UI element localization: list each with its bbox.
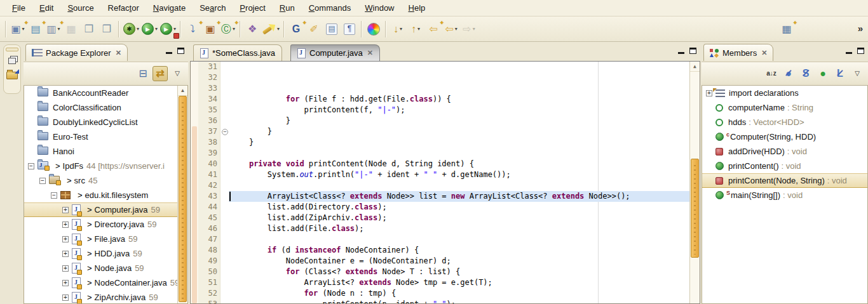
- toolbar-overflow-chevron[interactable]: »: [858, 23, 863, 34]
- close-icon[interactable]: ✕: [761, 49, 767, 57]
- code-line-36[interactable]: [229, 148, 690, 159]
- member-printcontent[interactable]: printContent(): void: [702, 159, 867, 173]
- tree-item-nodecontainer-java[interactable]: +>NodeContainer.java59: [24, 275, 187, 290]
- menu-file[interactable]: File: [5, 1, 32, 15]
- hide-fields-button[interactable]: ●: [781, 66, 796, 81]
- save-button[interactable]: ▦: [62, 21, 80, 37]
- line-number[interactable]: 50: [198, 267, 220, 277]
- dropdown-chevron-icon[interactable]: ▾: [173, 26, 176, 32]
- back-button[interactable]: ⇦▾: [442, 21, 460, 37]
- line-number[interactable]: 47: [198, 234, 220, 245]
- tab-package-explorer[interactable]: Package Explorer ✕: [25, 44, 128, 61]
- color-ball-button[interactable]: [365, 21, 383, 37]
- debug-button[interactable]: ✱▾: [122, 21, 140, 37]
- dropdown-chevron-icon[interactable]: ▾: [137, 26, 139, 32]
- code-line-40[interactable]: ArrayList<Class<? extends Node>> list = …: [229, 191, 690, 202]
- search-button[interactable]: ▾: [261, 21, 281, 37]
- close-icon[interactable]: ✕: [116, 49, 121, 57]
- member-import-declarations[interactable]: +import declarations: [702, 86, 867, 100]
- line-number[interactable]: 33: [198, 83, 220, 94]
- editor-tab-someclass-java[interactable]: *SomeClass.java: [193, 44, 282, 61]
- restore-view-icon[interactable]: [8, 58, 16, 64]
- tree-item-euro-test[interactable]: Euro-Test: [24, 129, 187, 144]
- tree-item-file-java[interactable]: +>File.java59: [24, 232, 187, 246]
- line-number[interactable]: 45: [198, 213, 220, 223]
- tree-item-edu-kit-filesystem[interactable]: −>edu.kit.filesystem: [24, 188, 187, 202]
- dropdown-chevron-icon[interactable]: ▾: [473, 26, 475, 32]
- next-annotation-button[interactable]: ↓▾: [389, 21, 407, 37]
- code-line-49[interactable]: for (Node n : tmp) {: [229, 288, 690, 299]
- close-icon[interactable]: ✕: [367, 49, 373, 57]
- expand-box-icon[interactable]: +: [62, 251, 69, 257]
- line-number[interactable]: 38: [198, 137, 220, 148]
- menu-run[interactable]: Run: [273, 1, 302, 15]
- line-number[interactable]: 34: [198, 94, 220, 105]
- scrollbar-thumb[interactable]: [179, 96, 187, 302]
- menu-search[interactable]: Search: [193, 1, 233, 15]
- dropdown-chevron-icon[interactable]: ▾: [417, 26, 420, 32]
- minimize-icon[interactable]: [166, 52, 172, 54]
- collapse-box-icon[interactable]: −: [39, 178, 46, 184]
- new-report-button[interactable]: ▦✦: [778, 21, 796, 37]
- package-explorer-scrollbar[interactable]: ▲: [177, 86, 187, 303]
- tree-item-bankaccountreader[interactable]: BankAccountReader: [24, 86, 187, 100]
- code-editor[interactable]: 3132333435363738394041424344454647484950…: [190, 61, 700, 304]
- code-line-44[interactable]: [229, 234, 690, 245]
- line-number[interactable]: 44: [198, 202, 220, 213]
- line-number[interactable]: 36: [198, 116, 220, 126]
- tree-item-node-java[interactable]: +>Node.java59: [24, 261, 187, 275]
- line-number[interactable]: 31: [198, 62, 220, 72]
- package-explorer-tree[interactable]: BankAccountReaderColorClassificationDoub…: [24, 86, 188, 304]
- dropdown-chevron-icon[interactable]: ▾: [155, 26, 158, 32]
- code-line-41[interactable]: list.add(Directory.class);: [229, 202, 690, 213]
- line-number[interactable]: 52: [198, 288, 220, 299]
- line-number[interactable]: 53: [198, 299, 220, 304]
- code-line-42[interactable]: list.add(ZipArchiv.class);: [229, 213, 690, 223]
- line-number[interactable]: 35: [198, 105, 220, 116]
- collapse-box-icon[interactable]: −: [51, 192, 57, 199]
- expand-box-icon[interactable]: +: [62, 236, 69, 242]
- dropdown-chevron-icon[interactable]: ▾: [277, 26, 280, 32]
- tree-item-doublylinkedcycliclist[interactable]: DoublyLinkedCyclicList: [24, 115, 187, 129]
- code-line-34[interactable]: }: [229, 126, 690, 137]
- code-line-47[interactable]: for (Class<? extends Node> T : list) {: [229, 267, 690, 277]
- line-number[interactable]: 39: [198, 148, 220, 159]
- tree-item-hanoi[interactable]: Hanoi: [24, 144, 187, 159]
- editor-scrollbar[interactable]: ▲: [689, 62, 700, 303]
- code-line-43[interactable]: list.add(File.class);: [229, 223, 690, 234]
- menu-commands[interactable]: Commands: [302, 1, 358, 15]
- line-number[interactable]: 37: [198, 126, 220, 137]
- code-line-46[interactable]: NodeContainer e = (NodeContainer) d;: [229, 256, 690, 267]
- editor-tab-computer-java[interactable]: Computer.java✕: [290, 44, 380, 61]
- previous-annotation-button[interactable]: ↑▾: [407, 21, 424, 37]
- new-class-button[interactable]: Ⓒ✦▾: [219, 21, 237, 37]
- line-number-ruler[interactable]: 3132333435363738394041424344454647484950…: [198, 62, 220, 303]
- code-line-38[interactable]: System.out.println("|-" + ident + " " + …: [229, 169, 690, 180]
- maximize-icon[interactable]: [857, 48, 864, 54]
- minimize-icon[interactable]: [846, 52, 852, 54]
- line-number[interactable]: 43: [198, 191, 220, 202]
- tree-item-directory-java[interactable]: +>Directory.java59: [24, 217, 187, 232]
- new-package-button[interactable]: ▣✦: [201, 21, 219, 37]
- tree-item-ziparchiv-java[interactable]: +>ZipArchiv.java59: [24, 290, 187, 304]
- line-number[interactable]: 42: [198, 180, 220, 191]
- tree-item-colorclassification[interactable]: ColorClassification: [24, 100, 187, 115]
- member-main-string[interactable]: Smain(String[]): void: [702, 188, 867, 202]
- dropdown-chevron-icon[interactable]: ▾: [455, 26, 458, 32]
- code-line-50[interactable]: printContent(n, ident + "-");: [229, 299, 690, 304]
- folding-ruler[interactable]: −: [220, 62, 229, 303]
- maximize-icon[interactable]: [689, 48, 696, 54]
- tree-item-ipdfs[interactable]: −J>IpdFs44 [https://svnserver.i: [24, 159, 187, 173]
- code-line-33[interactable]: }: [229, 116, 690, 126]
- expand-box-icon[interactable]: +: [62, 221, 69, 228]
- menu-edit[interactable]: Edit: [32, 1, 60, 15]
- line-number[interactable]: 46: [198, 223, 220, 234]
- member-hdds[interactable]: hdds: Vector<HDD>: [702, 115, 867, 129]
- member-computername[interactable]: computerName: String: [702, 100, 867, 115]
- collapse-all-button[interactable]: ⊟: [135, 66, 151, 81]
- code-line-35[interactable]: }: [229, 137, 690, 148]
- mark-occurrences-g-button[interactable]: G✦: [287, 21, 305, 37]
- code-line-32[interactable]: printContent(f, "|-");: [229, 105, 690, 116]
- menu-window[interactable]: Window: [358, 1, 401, 15]
- expand-box-icon[interactable]: +: [62, 265, 69, 272]
